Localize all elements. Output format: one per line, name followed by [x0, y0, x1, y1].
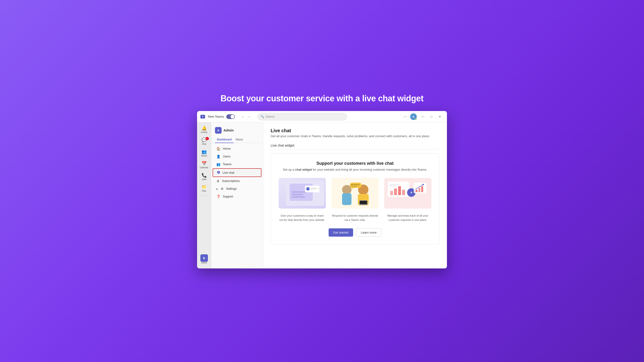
svg-rect-13 — [310, 190, 315, 190]
page-subtitle: Get all your customer chats in Teams. Ha… — [270, 134, 440, 138]
nav-item-settings[interactable]: ▶ ⚙ Settings — [212, 185, 262, 192]
promo-card: Support your customers with live chat Se… — [270, 153, 440, 244]
nav-label-settings: Settings — [226, 187, 237, 190]
promo-image-2 — [332, 178, 378, 208]
nav-label-subscriptions: Subscriptions — [222, 179, 240, 183]
get-started-button[interactable]: Get started — [328, 228, 353, 236]
nav-label-teams: Teams — [223, 162, 232, 166]
sidebar-item-files[interactable]: 📁 Files — [198, 183, 210, 194]
nav-item-subscriptions[interactable]: 🖥 Subscriptions — [212, 177, 262, 185]
sidebar-item-calls[interactable]: 📞 Calls — [198, 171, 210, 182]
caption-text-1: Give your customers a way to reach out f… — [279, 214, 325, 221]
left-nav: A Admin Dashboard About 🏠 Home 👤 Users 👥 — [211, 122, 263, 268]
learn-more-button[interactable]: Learn more — [356, 228, 382, 236]
nav-item-support[interactable]: ❓ Support — [212, 193, 262, 200]
title-bar-left: T New Teams ‹ › 🔍 Search — [200, 113, 399, 120]
sidebar-label-calls: Calls — [202, 178, 206, 181]
sidebar-item-calendar[interactable]: 📅 Calendar — [198, 160, 210, 170]
search-placeholder: Search — [266, 115, 274, 118]
svg-rect-31 — [402, 190, 405, 195]
teams-icon: 👥 — [202, 149, 207, 154]
left-nav-header: A Admin — [211, 125, 263, 136]
svg-rect-38 — [418, 188, 420, 192]
subscriptions-icon: 🖥 — [216, 179, 220, 183]
svg-text:⌄: ⌄ — [318, 187, 320, 190]
page-headline: Boost your customer service with a live … — [221, 94, 424, 104]
nav-arrows: ‹ › — [240, 114, 252, 120]
calls-icon: 📞 — [202, 173, 207, 178]
nav-label-home: Home — [223, 147, 230, 150]
nav-item-users[interactable]: 👤 Users — [212, 153, 262, 160]
sidebar-divider — [200, 196, 209, 196]
svg-rect-33 — [390, 186, 396, 187]
forward-arrow[interactable]: › — [246, 114, 252, 120]
svg-rect-30 — [398, 186, 401, 195]
back-arrow[interactable]: ‹ — [240, 114, 246, 120]
promo-captions: Give your customers a way to reach out f… — [276, 213, 434, 222]
new-teams-toggle[interactable] — [226, 114, 235, 119]
page-title: Live chat — [270, 128, 440, 134]
minimize-button[interactable]: — — [419, 112, 427, 121]
section-title: Live chat widget — [270, 144, 440, 150]
sidebar-label-chat: Chat — [202, 143, 206, 146]
more-options-button[interactable]: ··· — [402, 113, 408, 120]
livechat-icon — [217, 171, 220, 175]
promo-image-1: 👤 ⌄ — [279, 178, 326, 208]
sidebar-item-activity[interactable]: 🔔 Activity — [198, 124, 210, 135]
calendar-icon: 📅 — [202, 161, 207, 166]
svg-rect-15 — [332, 178, 378, 208]
files-icon: 📁 — [202, 184, 207, 190]
svg-rect-39 — [421, 186, 423, 192]
conversation-illustration — [332, 178, 378, 208]
sidebar-item-chat[interactable]: 💬 Chat 1 — [198, 136, 210, 147]
sidebar-item-teams[interactable]: 👥 Teams — [198, 148, 210, 158]
promo-card-subtitle: Set up a chat widget for your website an… — [276, 168, 434, 171]
sidebar-label-files: Files — [202, 190, 206, 192]
sidebar-label-teams: Teams — [201, 155, 207, 157]
support-icon: ❓ — [216, 195, 220, 198]
tab-about[interactable]: About — [234, 136, 245, 143]
app-body: 🔔 Activity 💬 Chat 1 👥 Teams 📅 Calendar 📞… — [197, 122, 447, 268]
close-button[interactable]: ✕ — [436, 112, 444, 121]
caption-1: Give your customers a way to reach out f… — [279, 213, 326, 222]
settings-expand-icon: ▶ — [216, 188, 218, 190]
avatar[interactable]: A — [410, 113, 417, 120]
promo-image-3: + — [384, 178, 432, 208]
caption-2: Respond to customer requests directly vi… — [332, 213, 378, 222]
svg-text:+: + — [410, 190, 412, 194]
promo-card-title: Support your customers with live chat — [276, 161, 434, 166]
sidebar-label-activity: Activity — [200, 131, 208, 134]
svg-text:T: T — [202, 116, 204, 118]
sidebar-item-admin[interactable]: A Admin — [198, 253, 210, 266]
svg-rect-28 — [390, 191, 393, 195]
app-title: New Teams — [208, 115, 224, 118]
search-bar[interactable]: 🔍 Search — [258, 113, 347, 120]
svg-rect-8 — [292, 196, 305, 198]
svg-rect-25 — [360, 201, 367, 204]
svg-rect-12 — [310, 188, 317, 189]
nav-label-users: Users — [223, 155, 230, 158]
admin-logo: A — [215, 127, 222, 134]
teams-logo-icon: T — [200, 114, 206, 120]
nav-item-home[interactable]: 🏠 Home — [212, 145, 262, 152]
tab-dashboard[interactable]: Dashboard — [215, 136, 234, 143]
svg-point-40 — [422, 184, 424, 185]
users-icon: 👤 — [216, 154, 220, 158]
nav-item-teams[interactable]: 👥 Teams — [212, 160, 262, 168]
caption-text-2: Respond to customer requests directly vi… — [332, 214, 378, 221]
app-window: T New Teams ‹ › 🔍 Search ··· A — □ — [197, 111, 447, 268]
nav-label-support: Support — [223, 195, 233, 198]
svg-rect-29 — [394, 188, 397, 195]
svg-rect-22 — [351, 184, 360, 185]
promo-images: 👤 ⌄ — [276, 178, 434, 208]
nav-label-livechat: Live chat — [222, 171, 234, 174]
maximize-button[interactable]: □ — [427, 112, 436, 121]
caption-text-3: Manage and keep track of all your custom… — [387, 214, 428, 221]
teams-nav-icon: 👥 — [216, 162, 220, 166]
search-icon: 🔍 — [260, 115, 264, 118]
title-bar-right: ··· A — [402, 113, 417, 120]
nav-item-livechat[interactable]: Live chat — [212, 168, 262, 177]
window-controls: — □ ✕ — [419, 112, 444, 121]
admin-icon: A — [200, 254, 208, 262]
toggle-knob — [230, 115, 234, 118]
